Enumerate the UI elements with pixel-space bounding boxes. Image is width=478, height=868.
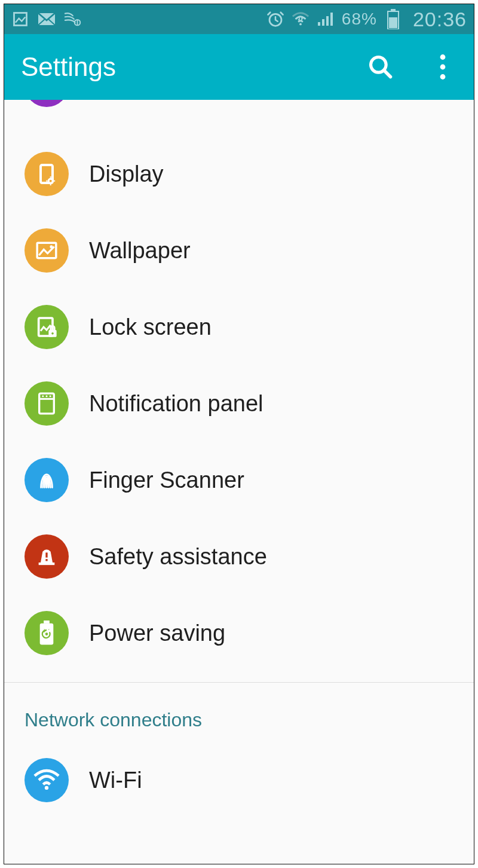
settings-item-power-saving[interactable]: Power saving: [4, 595, 474, 671]
svg-point-20: [50, 180, 52, 182]
overflow-menu-button[interactable]: [428, 53, 457, 81]
settings-item-label: Lock screen: [89, 314, 212, 340]
svg-point-29: [51, 332, 54, 335]
power-saving-icon: [24, 611, 69, 655]
settings-item-label: Notification panel: [89, 391, 263, 417]
wifi-status-icon: [292, 10, 310, 28]
settings-list[interactable]: Sounds and notifications Display Wallpap…: [4, 100, 474, 818]
svg-rect-7: [322, 19, 324, 26]
svg-rect-8: [326, 16, 329, 26]
settings-item-wallpaper[interactable]: Wallpaper: [4, 212, 474, 289]
device-frame: 68% 20:36 Settings Sounds and notificati…: [4, 4, 474, 864]
settings-item-label: Safety assistance: [89, 544, 267, 570]
svg-point-16: [440, 65, 446, 70]
status-left: [11, 10, 82, 28]
settings-item-label: Wi-Fi: [89, 768, 142, 793]
settings-item-label: Display: [89, 161, 164, 187]
app-bar-actions: [366, 53, 457, 81]
display-icon: [24, 152, 69, 196]
settings-item-sounds[interactable]: Sounds and notifications: [4, 100, 474, 118]
wifi-icon: [24, 758, 69, 802]
section-header-network: Network connections: [4, 683, 474, 742]
settings-item-notification-panel[interactable]: Notification panel: [4, 365, 474, 442]
fingerprint-icon: [24, 458, 69, 502]
settings-item-safety-assistance[interactable]: Safety assistance: [4, 518, 474, 595]
battery-icon: [384, 10, 402, 28]
svg-line-14: [384, 71, 391, 77]
svg-rect-37: [45, 559, 47, 561]
safety-icon: [24, 534, 69, 579]
svg-rect-12: [389, 17, 397, 28]
svg-rect-35: [39, 563, 55, 565]
sound-icon: [24, 100, 69, 107]
settings-item-display[interactable]: Display: [4, 136, 474, 212]
svg-point-40: [45, 632, 48, 635]
status-right: 68% 20:36: [266, 8, 467, 31]
signal-icon: [317, 10, 335, 28]
clock: 20:36: [413, 8, 467, 31]
screenshot-icon: [11, 10, 29, 28]
settings-item-label: Power saving: [89, 621, 225, 646]
battery-percentage: 68%: [342, 10, 377, 29]
lock-screen-icon: [24, 305, 69, 349]
settings-item-lock-screen[interactable]: Lock screen: [4, 289, 474, 365]
svg-point-5: [299, 23, 302, 26]
svg-point-32: [42, 395, 44, 397]
svg-point-26: [50, 245, 53, 248]
svg-rect-9: [330, 13, 333, 26]
svg-point-34: [50, 395, 51, 397]
svg-rect-38: [44, 621, 50, 624]
settings-item-label: Wallpaper: [89, 238, 191, 264]
app-bar: Settings: [4, 34, 474, 100]
alarm-icon: [266, 10, 284, 28]
page-title: Settings: [21, 52, 116, 82]
search-button[interactable]: [366, 53, 395, 81]
svg-point-17: [440, 74, 446, 80]
svg-rect-25: [37, 243, 56, 258]
svg-rect-36: [45, 552, 47, 557]
wallpaper-icon: [24, 228, 69, 273]
settings-item-label: Finger Scanner: [89, 467, 244, 493]
mail-icon: [38, 10, 56, 28]
status-bar: 68% 20:36: [4, 4, 474, 34]
svg-rect-6: [318, 22, 320, 26]
svg-point-41: [45, 786, 48, 790]
notification-panel-icon: [24, 381, 69, 426]
settings-item-finger-scanner[interactable]: Finger Scanner: [4, 442, 474, 518]
settings-item-wifi[interactable]: Wi-Fi: [4, 742, 474, 818]
search-icon: [367, 54, 394, 80]
more-vert-icon: [439, 54, 446, 80]
svg-point-33: [45, 395, 47, 397]
svg-point-15: [440, 54, 446, 60]
swipe-icon: [64, 10, 82, 28]
